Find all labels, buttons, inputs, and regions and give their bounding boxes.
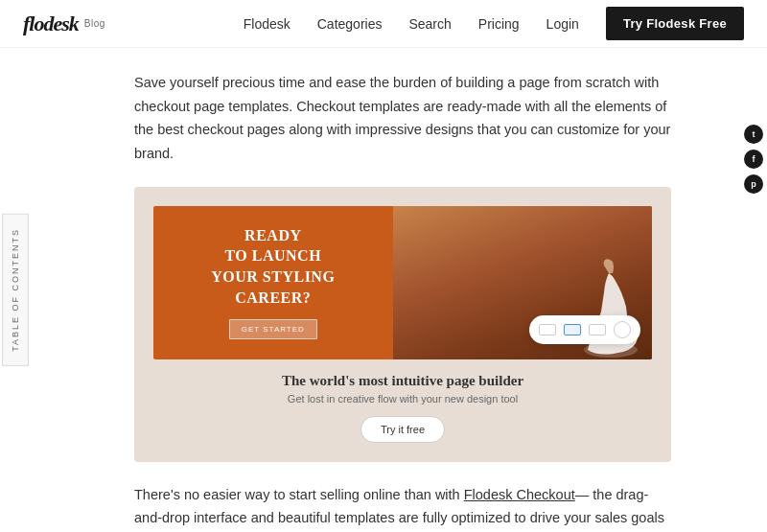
promo-left-panel: READYTO LAUNCHYOUR STYLINGCAREER? GET ST…	[153, 206, 393, 359]
ui-ctrl-1	[539, 324, 556, 335]
main-content: Save yourself precious time and ease the…	[38, 48, 732, 532]
promo-block: READYTO LAUNCHYOUR STYLINGCAREER? GET ST…	[134, 187, 671, 462]
ui-controls-overlay	[529, 315, 640, 344]
nav-link-categories[interactable]: Categories	[317, 16, 383, 32]
nav-links: Flodesk Categories Search Pricing Login …	[244, 7, 744, 40]
toc-sidebar[interactable]: TABLE OF CONTENTS	[0, 48, 31, 532]
social-sidebar: t f p	[740, 48, 767, 194]
logo[interactable]: flodesk Blog	[23, 12, 105, 36]
promo-title: READYTO LAUNCHYOUR STYLINGCAREER?	[211, 225, 335, 308]
promo-right-panel	[393, 206, 652, 359]
nav-link-flodesk[interactable]: Flodesk	[244, 16, 291, 32]
intro-paragraph: Save yourself precious time and ease the…	[134, 71, 671, 166]
toc-label[interactable]: TABLE OF CONTENTS	[2, 214, 29, 366]
body-paragraph: There's no easier way to start selling o…	[134, 483, 671, 532]
ui-ctrl-circle	[614, 321, 631, 338]
promo-tagline: The world's most intuitive page builder	[282, 373, 523, 389]
body-text-before-link: There's no easier way to start selling o…	[134, 487, 464, 502]
promo-photo	[393, 206, 652, 359]
try-free-button[interactable]: Try Flodesk Free	[606, 7, 744, 40]
promo-image: READYTO LAUNCHYOUR STYLINGCAREER? GET ST…	[153, 206, 652, 359]
navbar: flodesk Blog Flodesk Categories Search P…	[0, 0, 767, 48]
pinterest-icon[interactable]: p	[744, 174, 763, 194]
ui-ctrl-2	[564, 324, 581, 335]
logo-text: flodesk	[23, 12, 79, 36]
nav-link-search[interactable]: Search	[408, 16, 451, 32]
ui-ctrl-3	[589, 324, 606, 335]
promo-sub: Get lost in creative flow with your new …	[288, 393, 518, 405]
nav-link-pricing[interactable]: Pricing	[478, 16, 520, 32]
facebook-icon[interactable]: f	[744, 150, 763, 169]
promo-try-button[interactable]: Try it free	[360, 416, 445, 443]
nav-link-login[interactable]: Login	[546, 16, 579, 32]
logo-blog: Blog	[84, 18, 105, 29]
promo-get-started-button[interactable]: GET STARTED	[229, 319, 317, 339]
flodesk-checkout-link[interactable]: Flodesk Checkout	[464, 487, 575, 502]
twitter-icon[interactable]: t	[744, 125, 763, 144]
